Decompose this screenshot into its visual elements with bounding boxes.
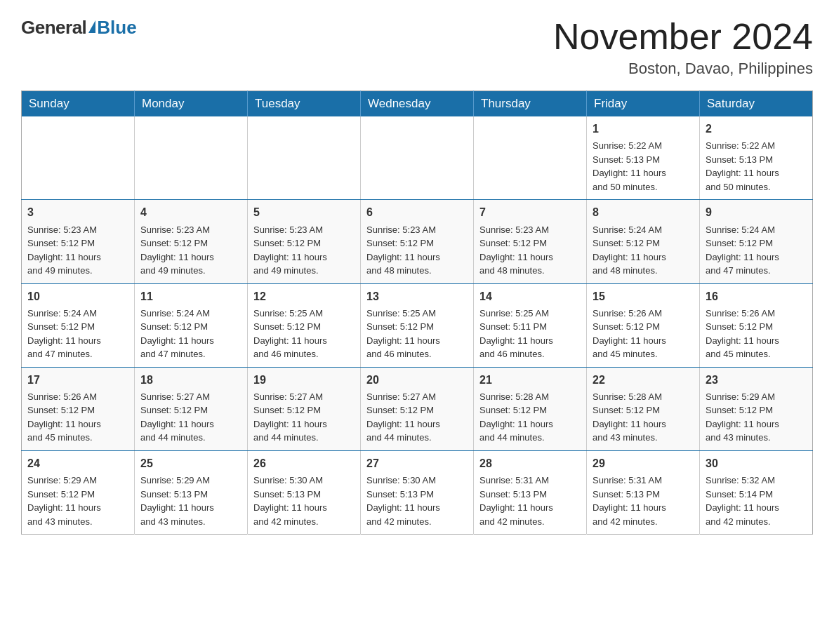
day-number: 15 xyxy=(593,288,694,304)
calendar-cell: 5Sunrise: 5:23 AM Sunset: 5:12 PM Daylig… xyxy=(248,200,361,283)
day-info: Sunrise: 5:29 AM Sunset: 5:12 PM Dayligh… xyxy=(27,474,128,528)
day-info: Sunrise: 5:22 AM Sunset: 5:13 PM Dayligh… xyxy=(593,139,694,194)
day-info: Sunrise: 5:28 AM Sunset: 5:12 PM Dayligh… xyxy=(593,390,694,445)
calendar-cell: 1Sunrise: 5:22 AM Sunset: 5:13 PM Daylig… xyxy=(587,116,700,200)
day-number: 13 xyxy=(366,288,468,304)
day-number: 6 xyxy=(366,204,468,220)
calendar-cell: 17Sunrise: 5:26 AM Sunset: 5:12 PM Dayli… xyxy=(22,367,135,450)
day-number: 26 xyxy=(253,455,355,471)
day-number: 17 xyxy=(27,372,128,388)
day-info: Sunrise: 5:25 AM Sunset: 5:12 PM Dayligh… xyxy=(253,307,355,361)
day-info: Sunrise: 5:27 AM Sunset: 5:12 PM Dayligh… xyxy=(366,390,468,445)
day-info: Sunrise: 5:32 AM Sunset: 5:14 PM Dayligh… xyxy=(706,474,807,528)
calendar-week-row: 10Sunrise: 5:24 AM Sunset: 5:12 PM Dayli… xyxy=(22,283,813,367)
calendar-cell: 23Sunrise: 5:29 AM Sunset: 5:12 PM Dayli… xyxy=(700,367,813,450)
day-info: Sunrise: 5:31 AM Sunset: 5:13 PM Dayligh… xyxy=(479,474,581,528)
title-block: November 2024 Boston, Davao, Philippines xyxy=(553,17,813,78)
logo-general-text: General xyxy=(21,17,86,39)
day-number: 1 xyxy=(593,121,694,137)
col-monday: Monday xyxy=(135,91,248,117)
day-number: 7 xyxy=(479,204,581,220)
day-info: Sunrise: 5:23 AM Sunset: 5:12 PM Dayligh… xyxy=(253,223,355,278)
calendar-cell: 26Sunrise: 5:30 AM Sunset: 5:13 PM Dayli… xyxy=(248,450,361,534)
logo-blue-text: Blue xyxy=(97,17,136,39)
day-number: 3 xyxy=(27,204,128,220)
calendar-cell: 3Sunrise: 5:23 AM Sunset: 5:12 PM Daylig… xyxy=(22,200,135,283)
day-number: 23 xyxy=(706,372,807,388)
calendar-cell xyxy=(248,116,361,200)
calendar-cell: 24Sunrise: 5:29 AM Sunset: 5:12 PM Dayli… xyxy=(22,450,135,534)
day-number: 25 xyxy=(140,455,241,471)
logo-triangle-icon xyxy=(88,20,95,33)
calendar-week-row: 17Sunrise: 5:26 AM Sunset: 5:12 PM Dayli… xyxy=(22,367,813,450)
day-number: 2 xyxy=(706,121,807,137)
day-number: 14 xyxy=(479,288,581,304)
calendar-cell: 22Sunrise: 5:28 AM Sunset: 5:12 PM Dayli… xyxy=(587,367,700,450)
day-number: 9 xyxy=(706,204,807,220)
col-thursday: Thursday xyxy=(474,91,587,117)
col-sunday: Sunday xyxy=(22,91,135,117)
day-info: Sunrise: 5:26 AM Sunset: 5:12 PM Dayligh… xyxy=(706,307,807,361)
calendar-cell: 11Sunrise: 5:24 AM Sunset: 5:12 PM Dayli… xyxy=(135,283,248,367)
calendar-cell: 13Sunrise: 5:25 AM Sunset: 5:12 PM Dayli… xyxy=(361,283,474,367)
calendar-cell xyxy=(361,116,474,200)
col-wednesday: Wednesday xyxy=(361,91,474,117)
day-number: 29 xyxy=(593,455,694,471)
calendar-cell: 10Sunrise: 5:24 AM Sunset: 5:12 PM Dayli… xyxy=(22,283,135,367)
header: General Blue November 2024 Boston, Davao… xyxy=(21,17,813,78)
day-number: 4 xyxy=(140,204,241,220)
day-number: 10 xyxy=(27,288,128,304)
col-friday: Friday xyxy=(587,91,700,117)
calendar-week-row: 24Sunrise: 5:29 AM Sunset: 5:12 PM Dayli… xyxy=(22,450,813,534)
calendar-cell: 28Sunrise: 5:31 AM Sunset: 5:13 PM Dayli… xyxy=(474,450,587,534)
day-info: Sunrise: 5:28 AM Sunset: 5:12 PM Dayligh… xyxy=(479,390,581,445)
day-info: Sunrise: 5:24 AM Sunset: 5:12 PM Dayligh… xyxy=(27,307,128,361)
page: General Blue November 2024 Boston, Davao… xyxy=(0,0,834,556)
day-number: 20 xyxy=(366,372,468,388)
day-number: 24 xyxy=(27,455,128,471)
logo: General Blue xyxy=(21,17,137,39)
calendar-cell xyxy=(474,116,587,200)
day-info: Sunrise: 5:22 AM Sunset: 5:13 PM Dayligh… xyxy=(706,139,807,194)
day-info: Sunrise: 5:27 AM Sunset: 5:12 PM Dayligh… xyxy=(140,390,241,445)
day-info: Sunrise: 5:24 AM Sunset: 5:12 PM Dayligh… xyxy=(593,223,694,278)
calendar-cell: 19Sunrise: 5:27 AM Sunset: 5:12 PM Dayli… xyxy=(248,367,361,450)
calendar-cell: 30Sunrise: 5:32 AM Sunset: 5:14 PM Dayli… xyxy=(700,450,813,534)
calendar-cell: 27Sunrise: 5:30 AM Sunset: 5:13 PM Dayli… xyxy=(361,450,474,534)
calendar-cell: 6Sunrise: 5:23 AM Sunset: 5:12 PM Daylig… xyxy=(361,200,474,283)
day-info: Sunrise: 5:26 AM Sunset: 5:12 PM Dayligh… xyxy=(593,307,694,361)
day-number: 18 xyxy=(140,372,241,388)
col-saturday: Saturday xyxy=(700,91,813,117)
day-info: Sunrise: 5:24 AM Sunset: 5:12 PM Dayligh… xyxy=(706,223,807,278)
day-number: 22 xyxy=(593,372,694,388)
calendar-cell: 25Sunrise: 5:29 AM Sunset: 5:13 PM Dayli… xyxy=(135,450,248,534)
location-title: Boston, Davao, Philippines xyxy=(553,60,813,78)
calendar-table: Sunday Monday Tuesday Wednesday Thursday… xyxy=(21,90,813,535)
col-tuesday: Tuesday xyxy=(248,91,361,117)
calendar-cell: 9Sunrise: 5:24 AM Sunset: 5:12 PM Daylig… xyxy=(700,200,813,283)
calendar-cell: 7Sunrise: 5:23 AM Sunset: 5:12 PM Daylig… xyxy=(474,200,587,283)
logo-top: General Blue xyxy=(21,17,137,39)
calendar-cell: 21Sunrise: 5:28 AM Sunset: 5:12 PM Dayli… xyxy=(474,367,587,450)
calendar-cell: 14Sunrise: 5:25 AM Sunset: 5:11 PM Dayli… xyxy=(474,283,587,367)
calendar-cell xyxy=(135,116,248,200)
day-number: 30 xyxy=(706,455,807,471)
calendar-cell: 2Sunrise: 5:22 AM Sunset: 5:13 PM Daylig… xyxy=(700,116,813,200)
calendar-week-row: 1Sunrise: 5:22 AM Sunset: 5:13 PM Daylig… xyxy=(22,116,813,200)
day-info: Sunrise: 5:23 AM Sunset: 5:12 PM Dayligh… xyxy=(479,223,581,278)
day-number: 5 xyxy=(253,204,355,220)
day-info: Sunrise: 5:24 AM Sunset: 5:12 PM Dayligh… xyxy=(140,307,241,361)
day-info: Sunrise: 5:25 AM Sunset: 5:11 PM Dayligh… xyxy=(479,307,581,361)
day-info: Sunrise: 5:23 AM Sunset: 5:12 PM Dayligh… xyxy=(27,223,128,278)
day-info: Sunrise: 5:26 AM Sunset: 5:12 PM Dayligh… xyxy=(27,390,128,445)
day-info: Sunrise: 5:30 AM Sunset: 5:13 PM Dayligh… xyxy=(253,474,355,528)
day-number: 8 xyxy=(593,204,694,220)
day-info: Sunrise: 5:30 AM Sunset: 5:13 PM Dayligh… xyxy=(366,474,468,528)
day-info: Sunrise: 5:25 AM Sunset: 5:12 PM Dayligh… xyxy=(366,307,468,361)
day-number: 21 xyxy=(479,372,581,388)
day-number: 16 xyxy=(706,288,807,304)
day-number: 11 xyxy=(140,288,241,304)
calendar-header-row: Sunday Monday Tuesday Wednesday Thursday… xyxy=(22,91,813,117)
calendar-cell: 8Sunrise: 5:24 AM Sunset: 5:12 PM Daylig… xyxy=(587,200,700,283)
calendar-cell: 29Sunrise: 5:31 AM Sunset: 5:13 PM Dayli… xyxy=(587,450,700,534)
